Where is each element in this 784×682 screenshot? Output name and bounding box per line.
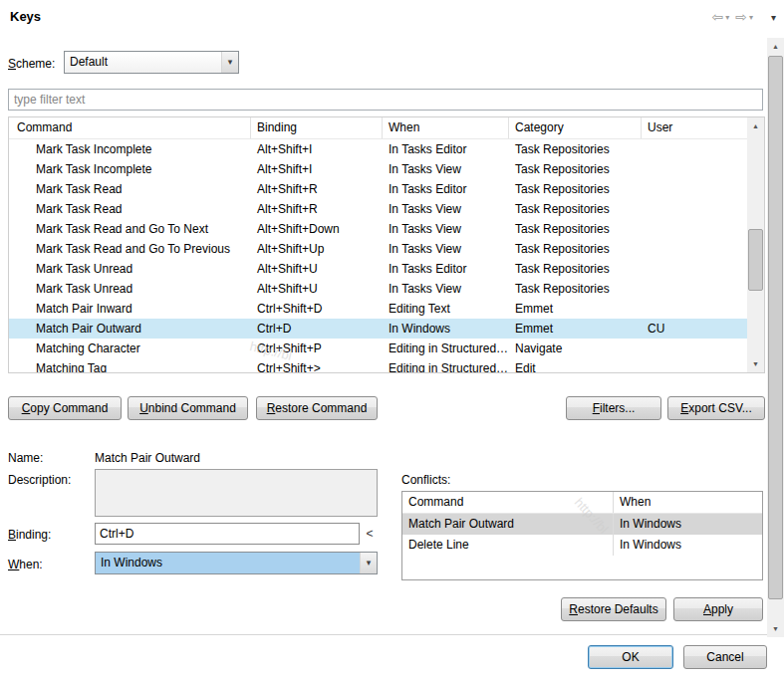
table-body: Mark Task IncompleteAlt+Shift+IIn Tasks … bbox=[9, 139, 747, 372]
cell-command: Matching Tag bbox=[9, 358, 251, 372]
cell-user bbox=[642, 179, 747, 199]
cell-user bbox=[642, 219, 747, 239]
cell-category: Emmet bbox=[509, 319, 642, 339]
conflicts-table: Command When Match Pair OutwardIn Window… bbox=[401, 491, 763, 580]
cell-when: In Tasks Editor bbox=[383, 179, 509, 199]
when-label: When: bbox=[8, 558, 43, 571]
export-csv-button[interactable]: Export CSV... bbox=[667, 396, 765, 420]
cell-when: Editing in Structured Text Editors bbox=[383, 339, 509, 358]
key-bindings-table: Command Binding When Category User Mark … bbox=[8, 116, 765, 373]
binding-input[interactable] bbox=[95, 523, 360, 545]
when-selected-value: In Windows bbox=[96, 553, 360, 573]
cell-binding: Alt+Shift+U bbox=[251, 279, 383, 299]
column-header-binding[interactable]: Binding bbox=[251, 117, 383, 138]
conflicts-column-when: When bbox=[614, 492, 762, 513]
apply-button[interactable]: Apply bbox=[673, 597, 763, 621]
scroll-down-icon[interactable]: ▼ bbox=[747, 355, 764, 372]
cell-binding: Ctrl+D bbox=[251, 319, 383, 339]
when-select[interactable]: In Windows ▾ bbox=[95, 552, 378, 574]
cell-category: Task Repositories bbox=[509, 279, 642, 299]
scheme-select[interactable]: Default ▾ bbox=[64, 51, 239, 74]
cell-command: Matching Character bbox=[9, 339, 251, 358]
unbind-command-button[interactable]: Unbind Command bbox=[128, 396, 248, 420]
cell-command: Match Pair Inward bbox=[9, 299, 251, 319]
footer-separator bbox=[0, 634, 784, 635]
scheme-selected-value: Default bbox=[65, 52, 221, 73]
cell-user bbox=[642, 339, 747, 358]
column-header-command[interactable]: Command bbox=[9, 117, 251, 138]
copy-command-button[interactable]: Copy Command bbox=[8, 396, 122, 420]
scroll-up-icon[interactable]: ▲ bbox=[747, 117, 764, 134]
page-scrollbar[interactable]: ▲ ▼ bbox=[767, 38, 784, 637]
cell-when: In Tasks Editor bbox=[383, 259, 509, 279]
cell-when: Editing in Structured Text Editors bbox=[383, 358, 509, 372]
name-value: Match Pair Outward bbox=[95, 451, 200, 465]
description-field[interactable] bbox=[95, 469, 378, 517]
table-row[interactable]: Mark Task IncompleteAlt+Shift+IIn Tasks … bbox=[9, 159, 747, 179]
view-menu-icon[interactable]: ▾ bbox=[771, 12, 776, 23]
cell-binding: Alt+Shift+R bbox=[251, 199, 383, 219]
cell-user bbox=[642, 299, 747, 319]
binding-expand-button[interactable]: < bbox=[362, 525, 378, 543]
restore-command-button[interactable]: Restore Command bbox=[256, 396, 378, 420]
table-header: Command Binding When Category User bbox=[9, 117, 747, 139]
cell-category: Task Repositories bbox=[509, 139, 642, 159]
table-row[interactable]: Mark Task ReadAlt+Shift+RIn Tasks Editor… bbox=[9, 179, 747, 199]
table-row[interactable]: Matching TagCtrl+Shift+>Editing in Struc… bbox=[9, 358, 747, 372]
cell-binding: Ctrl+Shift+D bbox=[251, 299, 383, 319]
conflict-cell-when: In Windows bbox=[614, 514, 762, 535]
cell-binding: Alt+Shift+Down bbox=[251, 219, 383, 239]
cell-command: Mark Task Unread bbox=[9, 279, 251, 299]
chevron-down-icon: ▾ bbox=[360, 553, 377, 573]
table-row[interactable]: Mark Task Read and Go To NextAlt+Shift+D… bbox=[9, 219, 747, 239]
cell-user bbox=[642, 199, 747, 219]
binding-label: Binding: bbox=[8, 528, 51, 542]
table-row[interactable]: Mark Task UnreadAlt+Shift+UIn Tasks Edit… bbox=[9, 259, 747, 279]
cell-user bbox=[642, 159, 747, 179]
table-scrollbar[interactable]: ▲ ▼ bbox=[747, 117, 764, 372]
keys-preferences-page: Keys ⇦ ▾ ⇨ ▾ ▾ Scheme: Default ▾ Command… bbox=[0, 0, 784, 682]
back-icon[interactable]: ⇦ bbox=[711, 10, 723, 24]
cell-binding: Ctrl+Shift+> bbox=[251, 358, 383, 372]
table-row[interactable]: Matching CharacterCtrl+Shift+PEditing in… bbox=[9, 339, 747, 358]
cancel-button[interactable]: Cancel bbox=[683, 645, 767, 669]
filters-button[interactable]: Filters... bbox=[566, 396, 661, 420]
table-row[interactable]: Mark Task IncompleteAlt+Shift+IIn Tasks … bbox=[9, 139, 747, 159]
scheme-label: Scheme: bbox=[8, 57, 55, 71]
cell-user bbox=[642, 259, 747, 279]
conflict-row[interactable]: Match Pair OutwardIn Windows bbox=[402, 514, 762, 535]
cell-when: In Tasks View bbox=[383, 219, 509, 239]
cell-when: In Windows bbox=[383, 319, 509, 339]
cell-user bbox=[642, 139, 747, 159]
table-row[interactable]: Mark Task Read and Go To PreviousAlt+Shi… bbox=[9, 239, 747, 259]
cell-when: Editing Text bbox=[383, 299, 509, 319]
forward-icon[interactable]: ⇨ bbox=[735, 10, 747, 24]
cell-binding: Alt+Shift+I bbox=[251, 139, 383, 159]
cell-binding: Alt+Shift+I bbox=[251, 159, 383, 179]
cell-when: In Tasks Editor bbox=[383, 139, 509, 159]
conflicts-body: Match Pair OutwardIn WindowsDelete LineI… bbox=[402, 514, 762, 556]
table-row[interactable]: Match Pair InwardCtrl+Shift+DEditing Tex… bbox=[9, 299, 747, 319]
table-row[interactable]: Match Pair OutwardCtrl+DIn WindowsEmmetC… bbox=[9, 319, 747, 339]
filter-input[interactable] bbox=[8, 89, 763, 111]
table-row[interactable]: Mark Task UnreadAlt+Shift+UIn Tasks View… bbox=[9, 279, 747, 299]
cell-category: Task Repositories bbox=[509, 179, 642, 199]
conflict-row[interactable]: Delete LineIn Windows bbox=[402, 535, 762, 556]
column-header-user[interactable]: User bbox=[642, 117, 747, 138]
ok-button[interactable]: OK bbox=[588, 645, 673, 669]
cell-user bbox=[642, 358, 747, 372]
column-header-category[interactable]: Category bbox=[509, 117, 642, 138]
restore-defaults-button[interactable]: Restore Defaults bbox=[561, 597, 666, 621]
cell-binding: Alt+Shift+Up bbox=[251, 239, 383, 259]
cell-category: Task Repositories bbox=[509, 219, 642, 239]
cell-command: Mark Task Read bbox=[9, 179, 251, 199]
scroll-up-icon[interactable]: ▲ bbox=[767, 38, 784, 55]
page-scrollbar-thumb[interactable] bbox=[768, 56, 783, 599]
table-scrollbar-thumb[interactable] bbox=[748, 229, 763, 291]
cell-command: Match Pair Outward bbox=[9, 319, 251, 339]
table-row[interactable]: Mark Task ReadAlt+Shift+RIn Tasks ViewTa… bbox=[9, 199, 747, 219]
column-header-when[interactable]: When bbox=[383, 117, 509, 138]
forward-history-dropdown-icon[interactable]: ▾ bbox=[749, 13, 753, 22]
back-history-dropdown-icon[interactable]: ▾ bbox=[725, 13, 729, 22]
scroll-down-icon[interactable]: ▼ bbox=[767, 620, 784, 637]
